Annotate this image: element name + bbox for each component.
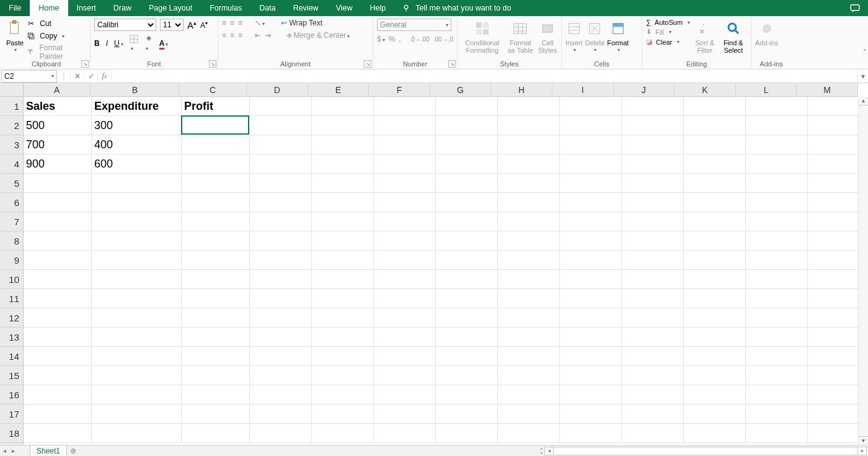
cell-H18[interactable] bbox=[498, 424, 560, 443]
cell-K17[interactable] bbox=[684, 405, 746, 424]
cell-H14[interactable] bbox=[498, 347, 560, 366]
cell-H1[interactable] bbox=[498, 97, 560, 116]
cell-J1[interactable] bbox=[622, 97, 684, 116]
row-header-6[interactable]: 6 bbox=[0, 193, 23, 212]
cell-A10[interactable] bbox=[24, 270, 92, 289]
column-header-F[interactable]: F bbox=[369, 83, 430, 96]
row-header-11[interactable]: 11 bbox=[0, 289, 23, 308]
cell-I1[interactable] bbox=[560, 97, 622, 116]
cell-F8[interactable] bbox=[374, 231, 436, 251]
cell-L16[interactable] bbox=[746, 385, 808, 405]
cell-K16[interactable] bbox=[684, 385, 746, 405]
select-all-corner[interactable] bbox=[0, 83, 24, 97]
cut-button[interactable]: ✂ Cut bbox=[26, 19, 86, 29]
cell-I11[interactable] bbox=[560, 289, 622, 308]
cell-I6[interactable] bbox=[560, 193, 622, 212]
cell-G10[interactable] bbox=[436, 270, 498, 289]
cell-J7[interactable] bbox=[622, 212, 684, 231]
comma-format-icon[interactable]: , bbox=[399, 35, 401, 43]
cell-A17[interactable] bbox=[24, 405, 92, 424]
cell-F11[interactable] bbox=[374, 289, 436, 308]
cell-G5[interactable] bbox=[436, 174, 498, 193]
cell-G4[interactable] bbox=[436, 154, 498, 174]
row-header-4[interactable]: 4 bbox=[0, 154, 23, 174]
cell-D11[interactable] bbox=[250, 289, 312, 308]
horizontal-scrollbar[interactable]: ◂ ▸ bbox=[544, 447, 867, 455]
cell-L10[interactable] bbox=[746, 270, 808, 289]
row-header-17[interactable]: 17 bbox=[0, 405, 23, 424]
cell-F5[interactable] bbox=[374, 174, 436, 193]
cell-J10[interactable] bbox=[622, 270, 684, 289]
cell-L14[interactable] bbox=[746, 347, 808, 366]
cell-E18[interactable] bbox=[312, 424, 374, 443]
cell-L18[interactable] bbox=[746, 424, 808, 443]
row-header-10[interactable]: 10 bbox=[0, 270, 23, 289]
insert-function-icon[interactable]: fx bbox=[98, 70, 112, 83]
column-header-I[interactable]: I bbox=[552, 83, 614, 96]
row-header-12[interactable]: 12 bbox=[0, 308, 23, 328]
clipboard-dialog-launcher[interactable]: ↘ bbox=[81, 60, 89, 68]
scroll-up-icon[interactable]: ▲ bbox=[859, 97, 868, 105]
row-header-16[interactable]: 16 bbox=[0, 385, 23, 405]
cell-A9[interactable] bbox=[24, 251, 92, 270]
tab-formulas[interactable]: Formulas bbox=[201, 0, 250, 16]
autosum-button[interactable]: ∑ AutoSum▾ bbox=[646, 19, 690, 26]
cell-E4[interactable] bbox=[312, 154, 374, 174]
font-name-select[interactable]: Calibri bbox=[94, 19, 156, 31]
clear-button[interactable]: ◪ Clear▾ bbox=[646, 38, 690, 46]
cell-E1[interactable] bbox=[312, 97, 374, 116]
cell-E8[interactable] bbox=[312, 231, 374, 251]
cell-C13[interactable] bbox=[182, 328, 250, 347]
cell-J11[interactable] bbox=[622, 289, 684, 308]
row-header-3[interactable]: 3 bbox=[0, 135, 23, 154]
name-box-menu-icon[interactable]: ⋮ bbox=[57, 70, 71, 83]
cell-G14[interactable] bbox=[436, 347, 498, 366]
cell-I5[interactable] bbox=[560, 174, 622, 193]
cell-B9[interactable] bbox=[92, 251, 182, 270]
cell-F10[interactable] bbox=[374, 270, 436, 289]
scroll-down-icon[interactable]: ▼ bbox=[859, 436, 868, 445]
cell-L9[interactable] bbox=[746, 251, 808, 270]
cell-H15[interactable] bbox=[498, 366, 560, 385]
column-header-L[interactable]: L bbox=[736, 83, 797, 96]
cell-E17[interactable] bbox=[312, 405, 374, 424]
row-header-13[interactable]: 13 bbox=[0, 328, 23, 347]
row-header-1[interactable]: 1 bbox=[0, 97, 23, 116]
cell-C10[interactable] bbox=[182, 270, 250, 289]
increase-font-icon[interactable]: A▴ bbox=[187, 20, 197, 30]
sheet-nav-prev-icon[interactable]: ◂ bbox=[0, 445, 9, 456]
cell-E5[interactable] bbox=[312, 174, 374, 193]
cell-A1[interactable]: Sales bbox=[24, 97, 92, 116]
cell-K9[interactable] bbox=[684, 251, 746, 270]
cells-container[interactable]: SalesExpenditureProfit500300700400900600 bbox=[24, 97, 858, 445]
cell-E2[interactable] bbox=[312, 116, 374, 135]
cell-A11[interactable] bbox=[24, 289, 92, 308]
cell-J2[interactable] bbox=[622, 116, 684, 135]
cell-J4[interactable] bbox=[622, 154, 684, 174]
merge-center-button[interactable]: ⎆ Merge & Center▾ bbox=[287, 31, 350, 40]
cell-J6[interactable] bbox=[622, 193, 684, 212]
cell-A18[interactable] bbox=[24, 424, 92, 443]
row-header-15[interactable]: 15 bbox=[0, 366, 23, 385]
cell-B10[interactable] bbox=[92, 270, 182, 289]
cell-I4[interactable] bbox=[560, 154, 622, 174]
cell-B1[interactable]: Expenditure bbox=[92, 97, 182, 116]
orientation-icon[interactable]: ⤡▾ bbox=[255, 19, 265, 27]
cell-C17[interactable] bbox=[182, 405, 250, 424]
tab-page-layout[interactable]: Page Layout bbox=[140, 0, 201, 16]
cell-J12[interactable] bbox=[622, 308, 684, 328]
italic-button[interactable]: I bbox=[106, 39, 108, 48]
accounting-format-icon[interactable]: $▾ bbox=[377, 35, 385, 43]
vertical-scrollbar[interactable]: ▲ ▼ bbox=[858, 97, 868, 445]
comments-icon[interactable] bbox=[842, 0, 868, 16]
cell-I16[interactable] bbox=[560, 385, 622, 405]
cell-C11[interactable] bbox=[182, 289, 250, 308]
scroll-right-icon[interactable]: ▸ bbox=[857, 447, 866, 455]
align-center-icon[interactable]: ≡ bbox=[230, 31, 234, 40]
column-header-A[interactable]: A bbox=[24, 83, 91, 96]
cell-I18[interactable] bbox=[560, 424, 622, 443]
cell-K8[interactable] bbox=[684, 231, 746, 251]
cell-K2[interactable] bbox=[684, 116, 746, 135]
cell-D10[interactable] bbox=[250, 270, 312, 289]
cell-F9[interactable] bbox=[374, 251, 436, 270]
